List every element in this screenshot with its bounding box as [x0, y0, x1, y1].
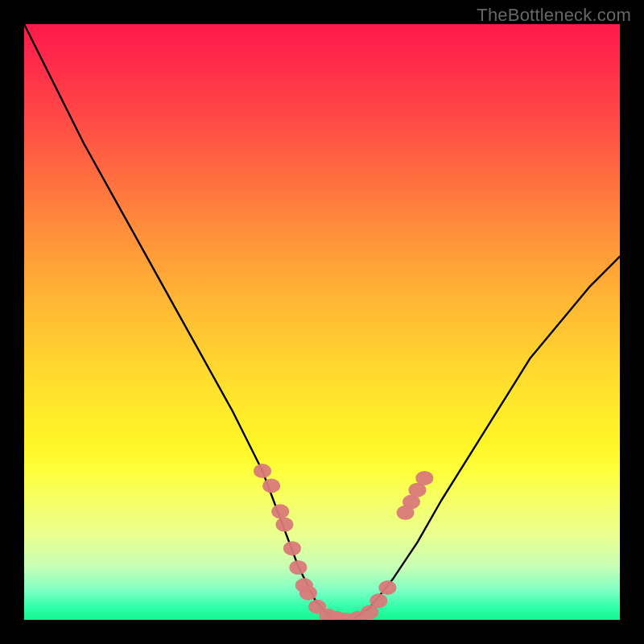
chart-frame: TheBottleneck.com	[0, 0, 644, 644]
gradient-background	[24, 24, 620, 620]
plot-area	[24, 24, 620, 620]
attribution-label: TheBottleneck.com	[477, 5, 631, 26]
